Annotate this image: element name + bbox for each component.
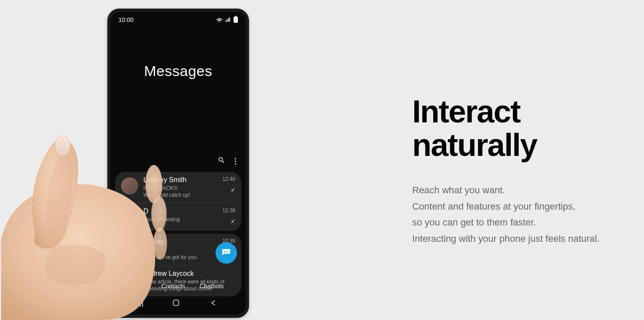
conversation-item[interactable]: D most interesting 12:38: [115, 203, 241, 231]
tab-conversations[interactable]: versations: [119, 283, 147, 292]
avatar: [121, 177, 138, 195]
contact-name: a Gray: [143, 238, 222, 246]
back-icon[interactable]: [209, 298, 219, 308]
tab-contacts[interactable]: Contacts: [161, 283, 185, 292]
bottom-tabs: versations Contacts Chatbots: [111, 283, 246, 292]
svg-point-7: [55, 136, 70, 156]
more-icon[interactable]: [235, 158, 236, 165]
contact-name: Lindsey Smith: [143, 176, 222, 184]
wifi-icon: [216, 17, 222, 23]
avatar: [121, 209, 138, 226]
system-navbar: [111, 296, 246, 310]
status-bar: 10:00: [111, 14, 246, 24]
recents-icon[interactable]: [138, 299, 143, 307]
message-time: 12:40: [222, 176, 235, 182]
chat-bubble-icon: [222, 248, 231, 258]
svg-point-2: [227, 251, 228, 252]
status-time: 10:00: [118, 16, 134, 23]
pinned-group: Lindsey Smith Hi! I'm BACK!!! We should …: [115, 172, 241, 231]
search-icon[interactable]: [218, 156, 225, 166]
svg-point-1: [226, 251, 227, 252]
message-time: 12:38: [222, 207, 235, 213]
headline: Interact naturally: [412, 95, 644, 162]
phone-showcase: 10:00 Messages Lindsey Smith: [0, 0, 326, 320]
pin-icon: [222, 218, 235, 226]
svg-point-0: [224, 251, 225, 252]
marketing-copy: Interact naturally Reach what you want. …: [326, 73, 644, 247]
battery-icon: [234, 17, 238, 23]
contact-name: D: [143, 207, 222, 215]
phone-frame: 10:00 Messages Lindsey Smith: [107, 9, 249, 318]
status-icons: [216, 17, 238, 23]
message-preview: most interesting: [143, 216, 222, 223]
compose-fab[interactable]: [216, 242, 237, 264]
body-text: Reach what you want. Content and feature…: [412, 182, 644, 247]
message-preview: Hi! I'm BACK!!! We should catch up!: [143, 185, 222, 198]
svg-rect-3: [173, 300, 179, 306]
signal-icon: [225, 17, 231, 23]
contact-name: Andrew Laycock: [143, 270, 235, 277]
message-preview: Alisa! ee what I've got for you.: [143, 247, 222, 260]
pin-icon: [222, 186, 235, 194]
svg-point-8: [55, 136, 70, 156]
app-header: Messages: [111, 63, 246, 169]
app-title: Messages: [111, 63, 246, 79]
tab-chatbots[interactable]: Chatbots: [200, 283, 224, 292]
conversation-item[interactable]: Lindsey Smith Hi! I'm BACK!!! We should …: [115, 172, 241, 203]
home-icon[interactable]: [171, 298, 181, 308]
